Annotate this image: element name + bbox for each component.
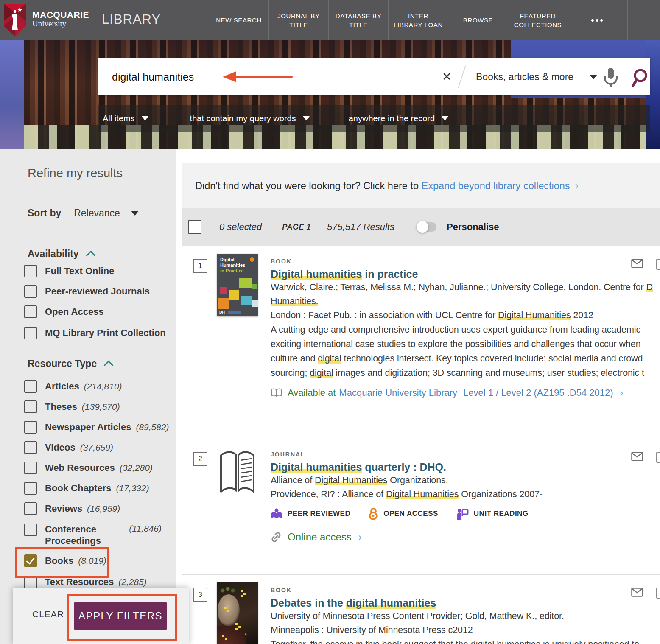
open-access-icon: [368, 507, 378, 520]
unit-reading-icon: [456, 508, 469, 520]
result-row-2[interactable]: 2 JOURNAL Digital humanities quart: [182, 439, 660, 575]
checkbox[interactable]: [24, 400, 37, 413]
checkbox[interactable]: [24, 285, 37, 298]
brand-subname: University: [32, 20, 89, 28]
voice-search-button[interactable]: [597, 66, 619, 88]
online-access-link[interactable]: Online access ›: [271, 531, 660, 543]
toggle-knob: [417, 221, 428, 233]
result-publisher: Minneapolis : University of Minnesota Pr…: [271, 623, 660, 637]
nav-item-browse[interactable]: BROWSE: [448, 0, 508, 40]
microphone-icon: [600, 66, 622, 88]
checkbox[interactable]: [24, 576, 37, 588]
filter-book-chapters[interactable]: Book Chapters (17,332): [24, 482, 149, 495]
filter-mq-print-collection[interactable]: MQ Library Print Collection: [24, 327, 166, 339]
result-description: sourcing; digital images and digitizatio…: [271, 366, 660, 380]
availability-link[interactable]: Available at Macquarie University Librar…: [271, 387, 660, 399]
search-submit-button[interactable]: [628, 67, 650, 89]
clipped-action-icon[interactable]: [656, 259, 660, 270]
sort-by-control[interactable]: Sort by Relevance: [28, 207, 139, 219]
banner-text: Didn't find what you were looking for? C…: [195, 179, 579, 192]
nav-item-journal-by-title[interactable]: JOURNAL BY TITLE: [268, 0, 328, 40]
result-thumbnail[interactable]: ^: [217, 582, 258, 644]
results-list: 1 Digital Humanities in Practice: [182, 246, 660, 644]
chevron-right-icon: ›: [620, 387, 624, 399]
filter-videos[interactable]: Videos (37,659): [24, 441, 113, 454]
email-icon[interactable]: [631, 452, 643, 461]
filter-reviews[interactable]: Reviews (16,959): [24, 502, 120, 515]
chevron-down-icon: [131, 211, 139, 216]
personalise-toggle[interactable]: [418, 222, 436, 232]
results-count: 575,517 Results: [327, 221, 394, 232]
apply-filters-button[interactable]: APPLY FILTERS: [74, 602, 167, 630]
nav-item-database-by-title[interactable]: DATABASE BY TITLE: [328, 0, 388, 40]
sort-by-label: Sort by: [28, 207, 61, 219]
checkbox[interactable]: [24, 502, 37, 515]
checkbox[interactable]: [24, 482, 37, 495]
expand-beyond-link[interactable]: Expand beyond library collections: [422, 180, 570, 191]
filter-books[interactable]: Books (8,019): [24, 554, 106, 567]
result-title-link[interactable]: Debates in the digital humanities: [271, 597, 660, 609]
library-search-page: MACQUARIE University LIBRARY NEW SEARCH …: [0, 0, 660, 644]
result-title-link[interactable]: Digital humanities in practice: [271, 268, 660, 280]
dropdown-search-scope-field[interactable]: anywhere in the record: [349, 114, 448, 123]
checkbox[interactable]: [24, 441, 37, 454]
result-row-3[interactable]: 3: [182, 575, 660, 644]
checkbox[interactable]: [24, 421, 37, 434]
email-icon[interactable]: [631, 588, 643, 597]
sort-by-value[interactable]: Relevance: [74, 207, 120, 219]
checkbox[interactable]: [24, 305, 37, 318]
availability-section-header[interactable]: Availability: [28, 248, 94, 260]
result-thumbnail[interactable]: [217, 447, 258, 563]
checkbox[interactable]: [24, 380, 37, 393]
search-scope-dropdown[interactable]: Books, articles & more: [473, 58, 600, 95]
clipped-action-icon[interactable]: [656, 588, 660, 599]
filter-peer-reviewed[interactable]: Peer-reviewed Journals: [24, 285, 150, 298]
open-book-icon: [271, 388, 282, 398]
checkbox[interactable]: [24, 327, 37, 339]
result-publisher: London : Facet Pub. : in association wit…: [271, 308, 660, 322]
checkbox[interactable]: [24, 265, 37, 277]
macquarie-logo[interactable]: [4, 4, 26, 36]
arrow-body: [235, 76, 293, 78]
email-icon[interactable]: [631, 259, 643, 268]
clear-search-button[interactable]: ✕: [436, 58, 457, 95]
nav-items: NEW SEARCH JOURNAL BY TITLE DATABASE BY …: [209, 0, 628, 40]
resource-type-section-header[interactable]: Resource Type: [28, 358, 112, 370]
hero-sky: [0, 40, 24, 149]
dropdown-query-contains[interactable]: that contain my query words: [190, 114, 310, 123]
filter-theses[interactable]: Theses (139,570): [24, 400, 120, 413]
cover-dot: [250, 257, 254, 262]
book-cover-debates-digital-humanities: ^: [217, 582, 258, 644]
clear-filters-button[interactable]: CLEAR: [30, 609, 67, 620]
personalise-label: Personalise: [447, 221, 499, 232]
result-title-link[interactable]: Digital humanities quarterly : DHQ.: [271, 461, 660, 473]
filter-articles[interactable]: Articles (214,810): [24, 380, 122, 393]
search-input[interactable]: digital humanities: [112, 58, 194, 95]
select-all-checkbox[interactable]: [188, 220, 201, 234]
filter-full-text-online[interactable]: Full Text Online: [24, 265, 114, 277]
filter-conference-proceedings[interactable]: Conference Proceedings (11,846): [24, 524, 162, 546]
clipped-action-icon[interactable]: [656, 452, 660, 463]
filter-open-access[interactable]: Open Access: [24, 305, 104, 318]
result-thumbnail[interactable]: Digital Humanities in Practice DH: [217, 254, 258, 428]
nav-item-featured-collections[interactable]: FEATURED COLLECTIONS: [508, 0, 568, 40]
brand-text: MACQUARIE University: [32, 10, 89, 28]
dropdown-all-items[interactable]: All items: [103, 114, 148, 123]
checkbox[interactable]: [24, 462, 37, 474]
refine-sidebar: Refine my results Sort by Relevance Avai…: [0, 149, 176, 644]
nav-item-new-search[interactable]: NEW SEARCH: [209, 0, 268, 40]
result-type-label: BOOK: [271, 258, 660, 265]
chevron-up-icon: [86, 250, 95, 260]
result-type-label: BOOK: [271, 587, 660, 594]
filter-web-resources[interactable]: Web Resources (32,280): [24, 462, 153, 474]
nav-item-inter-library-loan[interactable]: INTER LIBRARY LOAN: [388, 0, 448, 40]
filter-text-resources[interactable]: Text Resources (2,285): [24, 576, 147, 588]
results-area: Didn't find what you were looking for? C…: [182, 149, 660, 644]
filter-newspaper-articles[interactable]: Newspaper Articles (89,582): [24, 421, 169, 434]
checkbox-checked[interactable]: [24, 554, 37, 567]
checkbox[interactable]: [24, 524, 37, 536]
refine-title: Refine my results: [28, 166, 123, 180]
nav-more-button[interactable]: •••: [568, 0, 628, 40]
open-access-badge: OPEN ACCESS: [368, 507, 438, 520]
result-row-1[interactable]: 1 Digital Humanities in Practice: [182, 246, 660, 439]
